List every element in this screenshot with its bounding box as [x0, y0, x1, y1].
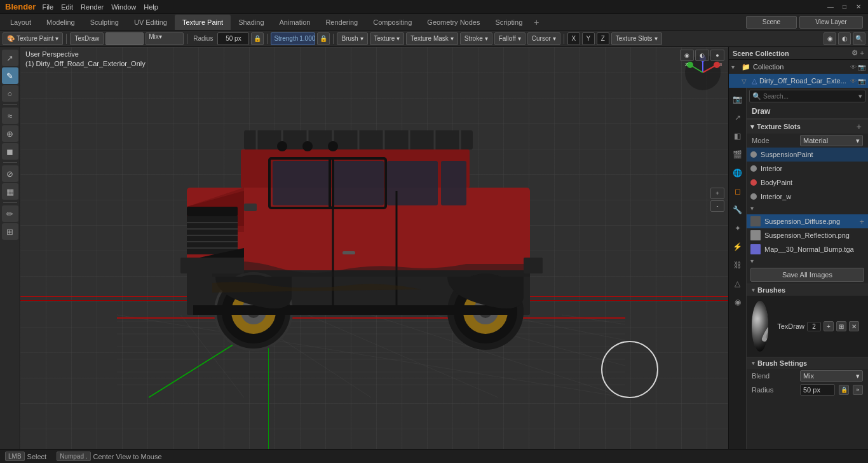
annotate-tool-button[interactable]: ✏ [2, 205, 18, 222]
brush-settings-header[interactable]: ▾ Brush Settings [747, 357, 868, 369]
color-swatch[interactable] [105, 32, 144, 45]
collection-item-root[interactable]: ▾ 📁 Collection 👁 📷 [729, 60, 868, 74]
xyz-toggle-z[interactable]: Z [597, 32, 609, 45]
prop-icon-physics[interactable]: ⚡ [729, 238, 747, 256]
menu-file[interactable]: File [42, 3, 53, 11]
scene-filter-icon[interactable]: ⚙ [851, 49, 858, 57]
xyz-toggle-y[interactable]: Y [582, 32, 595, 45]
fill-tool-button[interactable]: ◼ [2, 143, 18, 160]
radius-input[interactable]: 50 px [217, 32, 249, 45]
cursor-dropdown[interactable]: Cursor▾ [527, 32, 560, 45]
brush-delete-icon[interactable]: ✕ [849, 321, 859, 331]
tab-uv-editing[interactable]: UV Editing [126, 15, 175, 30]
view-zoom-out[interactable]: - [710, 200, 724, 212]
texture-dropdown[interactable]: Texture▾ [370, 32, 405, 45]
tab-animation[interactable]: Animation [272, 15, 318, 30]
blend-mode-select[interactable]: Mix▾ [146, 32, 184, 45]
radius-settings-curve-icon[interactable]: ≈ [853, 385, 863, 395]
slot-interior-w[interactable]: Interior_w [747, 190, 868, 204]
viewport-shading-btn[interactable]: ◐ [695, 50, 709, 61]
viewport[interactable]: User Perspective (1) Dirty_Off_Road_Car_… [20, 47, 728, 449]
mode-dropdown[interactable]: 🎨 Texture Paint ▾ [3, 32, 63, 45]
prop-icon-object[interactable]: ◻ [729, 183, 747, 200]
view-layer-selector[interactable]: View Layer [799, 16, 863, 29]
slot-interior[interactable]: Interior [747, 162, 868, 176]
menu-render[interactable]: Render [81, 3, 104, 11]
strength-lock-icon[interactable]: 🔒 [317, 32, 330, 45]
tab-geometry-nodes[interactable]: Geometry Nodes [419, 15, 487, 30]
prop-icon-output[interactable]: ↗ [729, 109, 747, 127]
image-normal-bump[interactable]: Map__30_Normal_Bump.tga [747, 242, 868, 256]
tab-modeling[interactable]: Modeling [39, 15, 83, 30]
radius-settings-lock-icon[interactable]: 🔒 [839, 385, 849, 395]
draw-tool-button[interactable]: ✎ [2, 67, 18, 84]
radius-settings-value[interactable]: 50 px [800, 384, 835, 396]
car-visibility-icon[interactable]: 👁 [850, 78, 857, 85]
more-images-arrow[interactable]: ▾ [747, 256, 868, 266]
add-image-button[interactable]: + [859, 217, 864, 226]
brush-new-icon[interactable]: + [824, 321, 834, 331]
blend-select[interactable]: Mix ▾ [800, 370, 863, 382]
prop-icon-particles[interactable]: ✦ [729, 219, 747, 237]
prop-icon-scene[interactable]: 🎬 [729, 146, 747, 163]
more-slots-arrow[interactable]: ▾ [747, 204, 868, 213]
prop-icon-view-layer[interactable]: ◧ [729, 127, 747, 145]
select-tool-button[interactable]: ↗ [2, 50, 18, 66]
tab-layout[interactable]: Layout [3, 15, 39, 30]
prop-icon-modifiers[interactable]: 🔧 [729, 201, 747, 219]
tab-shading[interactable]: Shading [231, 15, 271, 30]
texture-slots-add-button[interactable]: + [857, 121, 862, 132]
tab-scripting[interactable]: Scripting [487, 15, 530, 30]
tab-compositing[interactable]: Compositing [365, 15, 419, 30]
texture-slots-header[interactable]: ▾ Texture Slots + [747, 119, 868, 134]
prop-icon-object-data[interactable]: △ [729, 275, 747, 293]
save-all-images-button[interactable]: Save All Images [750, 268, 864, 282]
viewport-overlay-btn[interactable]: ◉ [680, 50, 694, 61]
menu-window[interactable]: Window [111, 3, 136, 11]
mode-select[interactable]: Material ▾ [800, 135, 863, 146]
prop-icon-world[interactable]: 🌐 [729, 164, 747, 182]
strength-display[interactable]: Strength 1.000 [271, 32, 315, 45]
gradient-tool-button[interactable]: ▦ [2, 183, 18, 200]
clone-tool-button[interactable]: ⊕ [2, 125, 18, 142]
prop-icon-material[interactable]: ◉ [729, 293, 747, 311]
tree-render-icon[interactable]: 📷 [858, 64, 865, 71]
brush-dropdown[interactable]: Brush▾ [337, 32, 367, 45]
xyz-toggle-x[interactable]: X [567, 32, 580, 45]
minimize-button[interactable]: — [826, 3, 835, 11]
filter-icon[interactable]: ▾ [858, 92, 862, 100]
slot-suspension-paint[interactable]: SuspensionPaint [747, 148, 868, 162]
image-suspension-diffuse[interactable]: Suspension_Diffuse.png + [747, 214, 868, 228]
slot-body-paint[interactable]: BodyPaint [747, 176, 868, 190]
soften-tool-button[interactable]: ○ [2, 85, 18, 102]
smear-tool-button[interactable]: ≈ [2, 107, 18, 124]
maximize-button[interactable]: □ [840, 3, 849, 11]
props-search-bar[interactable]: 🔍 ▾ [749, 90, 865, 102]
brush-name-display[interactable]: TexDraw [70, 32, 104, 45]
menu-help[interactable]: Help [144, 3, 158, 11]
prop-icon-constraints[interactable]: ⛓ [729, 256, 747, 274]
stroke-dropdown[interactable]: Stroke▾ [460, 32, 492, 45]
props-search-input[interactable] [763, 93, 809, 100]
image-suspension-reflection[interactable]: Suspension_Reflection.png [747, 228, 868, 242]
tab-rendering[interactable]: Rendering [318, 15, 365, 30]
mask-tool-button[interactable]: ⊘ [2, 165, 18, 182]
tab-sculpting[interactable]: Sculpting [83, 15, 126, 30]
menu-edit[interactable]: Edit [61, 3, 73, 11]
scene-new-icon[interactable]: + [860, 49, 864, 57]
collection-item-car[interactable]: ▽ △ Dirty_Off_Road_Car_Exte... 👁 📷 [729, 74, 868, 88]
add-workspace-button[interactable]: + [530, 17, 543, 27]
texture-mask-dropdown[interactable]: Texture Mask▾ [406, 32, 458, 45]
prop-icon-render[interactable]: 📷 [729, 90, 747, 108]
tree-visibility-icon[interactable]: 👁 [850, 64, 857, 71]
brushes-section-header[interactable]: ▾ Brushes [747, 284, 868, 296]
radius-lock-icon[interactable]: 🔒 [251, 32, 264, 45]
falloff-dropdown[interactable]: Falloff▾ [494, 32, 526, 45]
car-render-icon[interactable]: 📷 [858, 78, 865, 85]
overlay-toggle[interactable]: ◉ [824, 32, 836, 45]
brush-copy-icon[interactable]: ⊞ [836, 321, 846, 331]
search-icon[interactable]: 🔍 [853, 32, 865, 45]
viewport-rendered-btn[interactable]: ● [710, 50, 724, 61]
viewport-shading[interactable]: ◐ [838, 32, 851, 45]
scene-selector[interactable]: Scene [746, 16, 797, 29]
